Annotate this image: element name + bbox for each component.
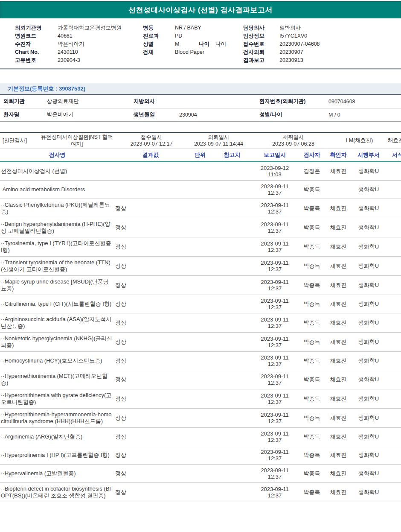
field-value bbox=[171, 95, 256, 108]
result-row: ··Maple syrup urine disease [MSUD](단풍당뇨증… bbox=[0, 275, 401, 295]
confirmer: 채효진 bbox=[325, 237, 352, 256]
basic-info-section-bar: 기본정보(등록번호 : 39087532) bbox=[0, 83, 401, 94]
result-value: 정상 bbox=[114, 351, 187, 370]
form bbox=[386, 275, 401, 295]
report-date: 2023-09-12 bbox=[252, 165, 298, 171]
department: 생화학U bbox=[352, 275, 386, 295]
result-row: ··Hyperprolinemia I (HP I)(고프롤린혈증 I형) 정상… bbox=[0, 446, 401, 464]
receipt-value: 2023-09-07 12:17 bbox=[115, 140, 188, 147]
test-name: ··Maple syrup urine disease [MSUD](단풍당뇨증… bbox=[0, 275, 114, 295]
form bbox=[386, 180, 401, 199]
field-value: 20230907 bbox=[279, 48, 303, 56]
field-label: 환자명 bbox=[0, 108, 38, 121]
field-label: 생년월일 bbox=[130, 108, 171, 121]
unit bbox=[187, 351, 213, 370]
field-value: 박은비아기 bbox=[38, 108, 130, 121]
report-time: 12:37 bbox=[252, 342, 298, 348]
field-label: 담당의사 bbox=[243, 24, 279, 32]
field-value: 090704608 bbox=[320, 95, 401, 108]
report-date: 2023-09-11 bbox=[252, 449, 298, 455]
confirmer: 채효진 bbox=[325, 256, 352, 275]
header-field: 결과보고 20230913 bbox=[243, 56, 401, 64]
form bbox=[386, 332, 401, 351]
report-time: 11:03 bbox=[252, 171, 298, 178]
report-time: 12:37 bbox=[252, 228, 298, 234]
result-value: 정상 bbox=[114, 408, 187, 427]
basic-info-section-title: 기본정보(등록번호 : 39087532) bbox=[8, 85, 85, 93]
result-row: ··Citrullinemia, type I (CIT)(시트룰린혈증 I형)… bbox=[0, 295, 401, 313]
confirmer: 채효진 bbox=[325, 370, 352, 389]
collection-value: 2023-09-07 06:28 bbox=[250, 140, 337, 147]
field-value: M / 0 bbox=[320, 108, 401, 121]
form bbox=[386, 199, 401, 218]
basic-info-table: 의뢰기관 삼광의료재단 처방의사 환자번호(의뢰기관) 090704608 환자… bbox=[0, 94, 401, 122]
result-value: 정상 bbox=[114, 482, 187, 502]
unit bbox=[187, 237, 213, 256]
report-datetime: 2023-09-11 12:37 bbox=[251, 464, 299, 482]
test-name: ··Citrullinemia, type I (CIT)(시트룰린혈증 I형) bbox=[0, 295, 114, 313]
field-label: 접수번호 bbox=[243, 40, 279, 48]
field-value: 20230913 bbox=[279, 56, 303, 64]
tester: 박종득 bbox=[299, 464, 325, 482]
report-datetime: 2023-09-11 12:37 bbox=[251, 295, 299, 313]
confirmer: 채효진 bbox=[325, 389, 352, 408]
reference-range bbox=[213, 464, 251, 482]
report-date: 2023-09-11 bbox=[252, 336, 298, 342]
reference-range bbox=[213, 408, 251, 427]
result-value bbox=[114, 162, 187, 181]
form bbox=[386, 256, 401, 275]
receipt-datetime: 접수일시 2023-09-07 12:17 bbox=[115, 134, 188, 147]
confirmer bbox=[325, 180, 352, 199]
field-label: 진료과 bbox=[143, 32, 175, 40]
confirmer: 채효진 bbox=[325, 162, 352, 181]
tester: 김정은 bbox=[299, 162, 325, 181]
field-value: 40661 bbox=[58, 32, 81, 40]
report-datetime: 2023-09-11 12:37 bbox=[251, 427, 299, 446]
test-name: ··Classic Phenylketonuria (PKU)(페닐케톤뇨증) bbox=[0, 199, 114, 218]
tester: 박종득 bbox=[299, 446, 325, 464]
report-date: 2023-09-11 bbox=[252, 260, 298, 266]
reference-range bbox=[213, 237, 251, 256]
result-row: ··Argininemia (ARG)(알지닌혈증) 정상 2023-09-11… bbox=[0, 427, 401, 446]
field-label: 결과보고 bbox=[243, 56, 279, 64]
result-value: 정상 bbox=[114, 464, 187, 482]
tester: 박종득 bbox=[299, 313, 325, 332]
report-time: 12:37 bbox=[252, 437, 298, 443]
col-header-tester: 검사자 bbox=[299, 149, 325, 162]
header-field: 임상정보 I57YC1XV0 bbox=[243, 32, 401, 40]
test-name: ··Argininemia (ARG)(알지닌혈증) bbox=[0, 427, 114, 446]
collection-label: 채취일시 bbox=[250, 134, 337, 140]
confirmer: 채효진 bbox=[325, 275, 352, 295]
report-datetime: 2023-09-11 12:37 bbox=[251, 199, 299, 218]
report-date: 2023-09-11 bbox=[252, 412, 298, 418]
form bbox=[386, 482, 401, 502]
header-field: 접수번호 20230907-04608 bbox=[243, 40, 401, 48]
tester: 박종득 bbox=[299, 199, 325, 218]
field-value: PD bbox=[175, 32, 199, 40]
col-header-form: 서식 bbox=[386, 149, 401, 162]
field-value: 일반의사 bbox=[279, 24, 303, 32]
tester: 박종득 bbox=[299, 295, 325, 313]
header-field: 수진자 박은비아기 bbox=[15, 40, 143, 48]
form bbox=[386, 351, 401, 370]
field-label: 처방의사 bbox=[130, 95, 171, 108]
tester: 박종득 bbox=[299, 275, 325, 295]
result-row: 선천성대사이상검사 (선별) 2023-09-12 11:03 김정은 채효진 … bbox=[0, 162, 401, 181]
result-value bbox=[114, 180, 187, 199]
tester: 박종득 bbox=[299, 351, 325, 370]
form bbox=[386, 389, 401, 408]
result-value: 정상 bbox=[114, 389, 187, 408]
tester: 박종득 bbox=[299, 408, 325, 427]
report-date: 2023-09-11 bbox=[252, 392, 298, 399]
unit bbox=[187, 389, 213, 408]
field-label: 임상정보 bbox=[243, 32, 279, 40]
col-header-reference: 참고치 bbox=[213, 149, 251, 162]
field-label: 의뢰기관 bbox=[0, 95, 38, 108]
department: 생화학U bbox=[352, 446, 386, 464]
department: 생화학U bbox=[352, 464, 386, 482]
report-datetime: 2023-09-11 12:37 bbox=[251, 218, 299, 237]
unit bbox=[187, 408, 213, 427]
result-row: ··Hyperornithinemia-hyperammonemia-homoc… bbox=[0, 408, 401, 427]
field-value: M bbox=[175, 40, 199, 48]
result-value: 정상 bbox=[114, 446, 187, 464]
